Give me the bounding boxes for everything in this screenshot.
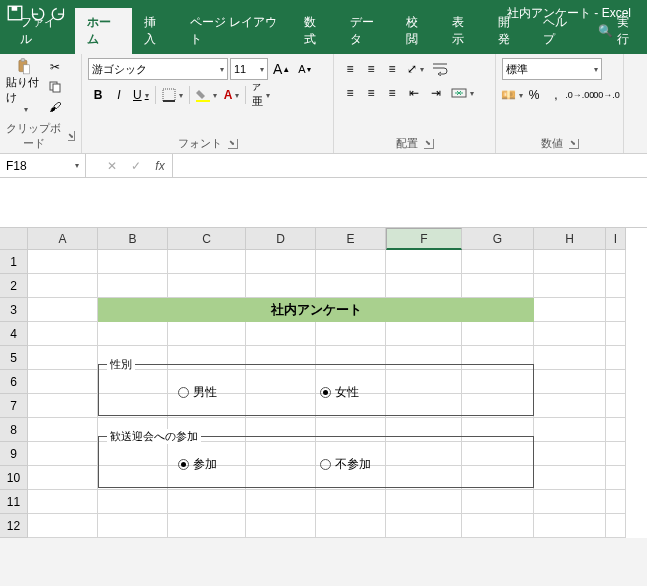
cell[interactable] (534, 514, 606, 538)
row-header[interactable]: 9 (0, 442, 28, 466)
tab-review[interactable]: 校閲 (394, 8, 440, 54)
align-center-icon[interactable]: ≡ (361, 82, 381, 104)
format-painter-icon[interactable]: 🖌 (46, 98, 64, 116)
column-header[interactable]: C (168, 228, 246, 250)
align-middle-icon[interactable]: ≡ (361, 58, 381, 80)
column-header[interactable]: A (28, 228, 98, 250)
cell[interactable] (606, 346, 626, 370)
cell[interactable] (534, 442, 606, 466)
cell[interactable] (28, 322, 98, 346)
decrease-decimal-icon[interactable]: .00→.0 (594, 84, 618, 106)
cell[interactable] (606, 274, 626, 298)
fx-icon[interactable]: fx (148, 159, 172, 173)
cell[interactable] (462, 274, 534, 298)
cell[interactable] (246, 322, 316, 346)
tab-data[interactable]: データ (338, 8, 395, 54)
row-header[interactable]: 8 (0, 418, 28, 442)
cell[interactable] (246, 274, 316, 298)
tab-insert[interactable]: 挿入 (132, 8, 178, 54)
align-bottom-icon[interactable]: ≡ (382, 58, 402, 80)
cell[interactable] (606, 442, 626, 466)
cell[interactable] (386, 322, 462, 346)
percent-format-icon[interactable]: % (524, 84, 544, 106)
cell[interactable] (534, 274, 606, 298)
cell[interactable] (316, 322, 386, 346)
column-header[interactable]: F (386, 228, 462, 250)
cell[interactable] (28, 250, 98, 274)
cut-icon[interactable]: ✂ (46, 58, 64, 76)
cell[interactable] (534, 490, 606, 514)
tab-help[interactable]: ヘルプ (531, 8, 588, 54)
cell[interactable] (98, 298, 168, 322)
column-header[interactable]: I (606, 228, 626, 250)
tell-me[interactable]: 🔍 実行 (588, 8, 647, 54)
cell[interactable] (462, 250, 534, 274)
cell[interactable] (462, 514, 534, 538)
row-header[interactable]: 2 (0, 274, 28, 298)
cell[interactable] (246, 250, 316, 274)
cell[interactable] (98, 490, 168, 514)
cell[interactable] (606, 322, 626, 346)
font-launcher[interactable]: ⬊ (228, 139, 238, 149)
cell[interactable] (606, 394, 626, 418)
cell[interactable] (168, 274, 246, 298)
radio-attend[interactable]: 参加 (178, 456, 217, 473)
cell[interactable] (98, 514, 168, 538)
wrap-text-icon[interactable] (429, 58, 451, 80)
cell[interactable] (168, 298, 246, 322)
clipboard-launcher[interactable]: ⬊ (68, 131, 75, 141)
row-header[interactable]: 10 (0, 466, 28, 490)
number-launcher[interactable]: ⬊ (569, 139, 579, 149)
increase-font-icon[interactable]: A▲ (270, 58, 293, 80)
cell[interactable] (28, 298, 98, 322)
cell[interactable] (316, 250, 386, 274)
cell[interactable] (534, 298, 606, 322)
enter-icon[interactable]: ✓ (124, 159, 148, 173)
row-header[interactable]: 5 (0, 346, 28, 370)
cell[interactable] (606, 466, 626, 490)
row-header[interactable]: 7 (0, 394, 28, 418)
cell[interactable] (606, 418, 626, 442)
underline-button[interactable]: U▾ (130, 84, 152, 106)
bold-button[interactable]: B (88, 84, 108, 106)
borders-icon[interactable]: ▾ (159, 84, 186, 106)
cell[interactable] (534, 322, 606, 346)
cell[interactable] (28, 394, 98, 418)
cell[interactable] (246, 490, 316, 514)
font-name-select[interactable]: 游ゴシック▾ (88, 58, 228, 80)
cell[interactable] (606, 514, 626, 538)
cell[interactable] (462, 322, 534, 346)
cell[interactable] (316, 490, 386, 514)
comma-format-icon[interactable]: , (546, 84, 566, 106)
cell[interactable] (168, 514, 246, 538)
name-box[interactable]: F18▾ (0, 154, 86, 177)
cell[interactable] (246, 298, 316, 322)
cell[interactable] (168, 490, 246, 514)
cell[interactable] (28, 274, 98, 298)
cell[interactable] (386, 250, 462, 274)
cell[interactable] (28, 490, 98, 514)
decrease-indent-icon[interactable]: ⇤ (404, 82, 424, 104)
row-header[interactable]: 11 (0, 490, 28, 514)
cell[interactable] (28, 442, 98, 466)
row-header[interactable]: 3 (0, 298, 28, 322)
cancel-icon[interactable]: ✕ (100, 159, 124, 173)
cell[interactable] (386, 490, 462, 514)
cell[interactable] (386, 298, 462, 322)
align-launcher[interactable]: ⬊ (424, 139, 434, 149)
cell[interactable] (386, 514, 462, 538)
radio-not-attend[interactable]: 不参加 (320, 456, 371, 473)
cell[interactable] (606, 370, 626, 394)
orientation-icon[interactable]: ⤢▾ (404, 58, 427, 80)
increase-indent-icon[interactable]: ⇥ (426, 82, 446, 104)
cell[interactable] (246, 514, 316, 538)
cell[interactable] (28, 370, 98, 394)
copy-icon[interactable] (46, 78, 64, 96)
column-header[interactable]: G (462, 228, 534, 250)
cell[interactable] (316, 298, 386, 322)
align-right-icon[interactable]: ≡ (382, 82, 402, 104)
number-format-select[interactable]: 標準▾ (502, 58, 602, 80)
cell[interactable] (168, 250, 246, 274)
tab-home[interactable]: ホーム (75, 8, 132, 54)
cell[interactable] (386, 274, 462, 298)
